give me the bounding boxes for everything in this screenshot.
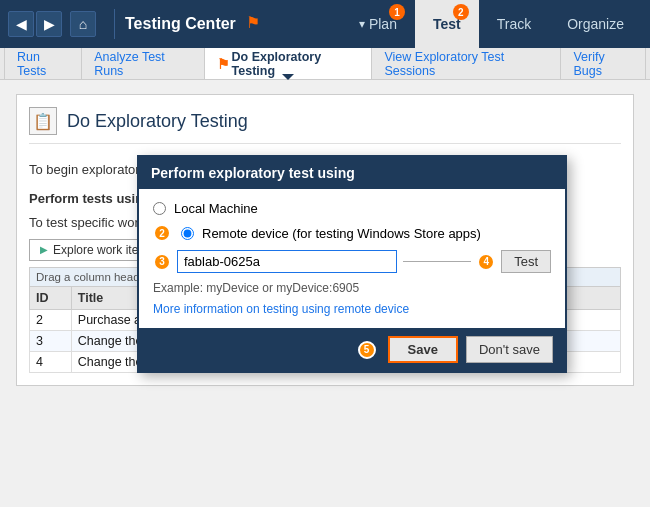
work-item-play-icon: ▶ bbox=[40, 244, 48, 255]
local-machine-radio[interactable] bbox=[153, 202, 166, 215]
row-id: 4 bbox=[30, 352, 72, 373]
annotation-badge-3: 3 bbox=[153, 253, 171, 271]
modal-dialog: Perform exploratory test using Local Mac… bbox=[137, 155, 567, 373]
dont-save-button[interactable]: Don't save bbox=[466, 336, 553, 363]
secondary-navigation: Run Tests Analyze Test Runs ⚑ Do Explora… bbox=[0, 48, 650, 80]
remote-device-label: Remote device (for testing Windows Store… bbox=[202, 226, 481, 241]
flag-icon-1: ⚑ bbox=[246, 13, 260, 32]
view-sessions-label: View Exploratory Test Sessions bbox=[384, 50, 548, 78]
sec-nav-analyze[interactable]: Analyze Test Runs bbox=[82, 48, 204, 79]
exploratory-indicator bbox=[282, 74, 294, 80]
doc-icon: 📋 bbox=[33, 112, 53, 131]
save-button[interactable]: Save bbox=[388, 336, 458, 363]
modal-title: Perform exploratory test using bbox=[151, 165, 355, 181]
app-title: Testing Center bbox=[125, 15, 236, 33]
sec-nav-exploratory[interactable]: ⚑ Do Exploratory Testing bbox=[205, 48, 373, 79]
modal-body: Local Machine 2 Remote device (for testi… bbox=[139, 189, 565, 328]
tab-plan-arrow: ▾ bbox=[359, 17, 365, 31]
page-header: 📋 Do Exploratory Testing bbox=[29, 107, 621, 144]
local-machine-row: Local Machine bbox=[153, 201, 551, 216]
test-flag-badge: 2 bbox=[453, 4, 469, 20]
remote-info-link[interactable]: More information on testing using remote… bbox=[153, 302, 409, 316]
plan-flag-badge: 1 bbox=[389, 4, 405, 20]
tab-plan[interactable]: ▾ Plan 1 bbox=[341, 0, 415, 48]
tab-track-label: Track bbox=[497, 16, 531, 32]
exploratory-flag-icon: ⚑ bbox=[217, 56, 230, 72]
main-area: 📋 Do Exploratory Testing To begin explor… bbox=[0, 80, 650, 400]
annotation-badge-5: 5 bbox=[358, 341, 376, 359]
back-button[interactable]: ◀ bbox=[8, 11, 34, 37]
verify-bugs-label: Verify Bugs bbox=[573, 50, 633, 78]
content-panel: 📋 Do Exploratory Testing To begin explor… bbox=[16, 94, 634, 386]
col-id: ID bbox=[30, 287, 72, 310]
sec-nav-run-tests[interactable]: Run Tests bbox=[4, 48, 82, 79]
run-tests-label: Run Tests bbox=[17, 50, 69, 78]
page-icon: 📋 bbox=[29, 107, 57, 135]
nav-arrows: ◀ ▶ bbox=[8, 11, 62, 37]
nav-divider bbox=[114, 9, 115, 39]
local-machine-label: Local Machine bbox=[174, 201, 258, 216]
page-title: Do Exploratory Testing bbox=[67, 111, 248, 132]
remote-device-radio[interactable] bbox=[181, 227, 194, 240]
device-input-row: 3 4 Test bbox=[153, 250, 551, 273]
row-id: 2 bbox=[30, 310, 72, 331]
nav-tabs: ▾ Plan 1 Test 2 Track Organize bbox=[333, 0, 642, 48]
modal-header: Perform exploratory test using bbox=[139, 157, 565, 189]
tab-test-indicator bbox=[440, 42, 454, 49]
input-line-extension bbox=[403, 261, 471, 262]
modal-footer: 5 Save Don't save bbox=[139, 328, 565, 371]
annotation-badge-2: 2 bbox=[153, 224, 171, 242]
tab-test[interactable]: Test 2 bbox=[415, 0, 479, 48]
device-input[interactable] bbox=[177, 250, 397, 273]
row-id: 3 bbox=[30, 331, 72, 352]
annotation-badge-4: 4 bbox=[477, 253, 495, 271]
tab-organize[interactable]: Organize bbox=[549, 0, 642, 48]
forward-button[interactable]: ▶ bbox=[36, 11, 62, 37]
top-navigation: ◀ ▶ ⌂ Testing Center ⚑ ▾ Plan 1 Test 2 T… bbox=[0, 0, 650, 48]
tab-organize-label: Organize bbox=[567, 16, 624, 32]
home-button[interactable]: ⌂ bbox=[70, 11, 96, 37]
analyze-label: Analyze Test Runs bbox=[94, 50, 191, 78]
explore-work-item-label: Explore work item bbox=[53, 243, 148, 257]
sec-nav-verify-bugs[interactable]: Verify Bugs bbox=[561, 48, 646, 79]
sec-nav-view-sessions[interactable]: View Exploratory Test Sessions bbox=[372, 48, 561, 79]
test-button[interactable]: Test bbox=[501, 250, 551, 273]
tab-track[interactable]: Track bbox=[479, 0, 549, 48]
example-text: Example: myDevice or myDevice:6905 bbox=[153, 281, 551, 295]
exploratory-label: Do Exploratory Testing bbox=[232, 50, 360, 78]
remote-device-row: 2 Remote device (for testing Windows Sto… bbox=[153, 224, 551, 242]
